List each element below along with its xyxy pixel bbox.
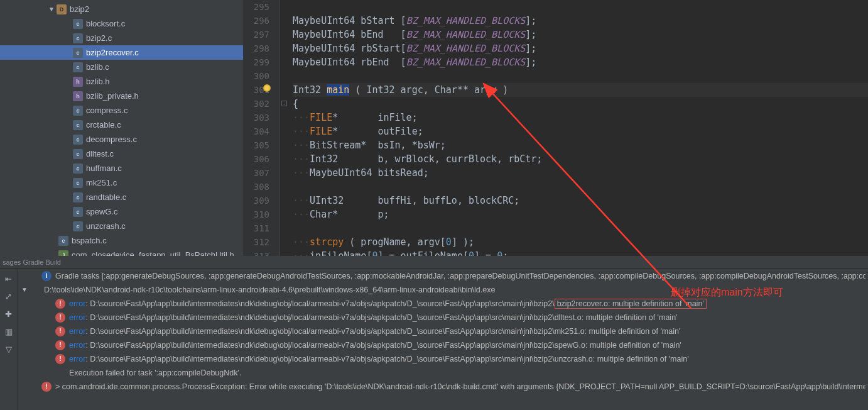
tree-file[interactable]: cmk251.c: [0, 175, 243, 190]
folder-icon: D: [57, 4, 67, 14]
line-number: 313: [244, 249, 269, 256]
code-editor[interactable]: 2952962972982993003013023033043053063073…: [244, 0, 868, 256]
code-line[interactable]: ···MaybeUInt64 bitsRead;: [293, 166, 868, 180]
code-line[interactable]: [293, 0, 868, 14]
file-icon: c: [73, 163, 83, 174]
message-text: error: D:\source\FastApp\app\build\inter…: [69, 311, 865, 324]
messages-tab[interactable]: sages Gradle Build: [0, 256, 868, 269]
file-icon: c: [73, 149, 83, 159]
line-number: 305: [244, 138, 269, 152]
line-number: 303: [244, 111, 269, 125]
file-icon: c: [73, 62, 83, 72]
code-line[interactable]: MaybeUInt64 rbStart[BZ_MAX_HANDLED_BLOCK…: [293, 42, 868, 55]
tree-file[interactable]: cdlltest.c: [0, 147, 243, 161]
tree-file[interactable]: cbspatch.c: [0, 233, 243, 248]
code-line[interactable]: ···inFileName[0] = outFileName[0] = 0;: [293, 249, 868, 256]
tree-label: mk251.c: [86, 178, 117, 187]
error-row[interactable]: !error: D:\source\FastApp\app\build\inte…: [18, 311, 868, 324]
pin-icon[interactable]: ✚: [2, 307, 16, 321]
code-line[interactable]: ···FILE* outFile;: [293, 125, 868, 138]
message-text: error: D:\source\FastApp\app\build\inter…: [69, 339, 865, 352]
info-icon: i: [41, 271, 52, 281]
code-line[interactable]: Int32 main ( Int32 argc, Char** argv ): [293, 83, 868, 97]
code-line[interactable]: {: [293, 97, 868, 111]
error-icon: !: [55, 354, 65, 364]
error-icon: !: [55, 313, 65, 323]
code-line[interactable]: [293, 69, 868, 83]
tree-label: bzip2.c: [86, 33, 112, 43]
code-line[interactable]: ···BitStream* bsIn, *bsWr;: [293, 138, 868, 152]
line-number: 302: [244, 97, 269, 111]
message-text: error: D:\source\FastApp\app\build\inter…: [69, 325, 865, 338]
filter-icon[interactable]: ▽: [2, 342, 16, 356]
build-messages-panel: ⇤ ⤢ ✚ ▥ ▽ iGradle tasks [:app:generateDe…: [0, 269, 868, 410]
tree-file[interactable]: cbzip2recover.c: [0, 45, 243, 60]
tree-file[interactable]: ccrctable.c: [0, 118, 243, 132]
code-line[interactable]: ···Char* p;: [293, 208, 868, 221]
export-icon[interactable]: ▥: [2, 324, 16, 338]
code-line[interactable]: ···strcpy ( progName, argv[0] );: [293, 235, 868, 249]
tree-folder-bzip2[interactable]: ▼Dbzip2: [0, 2, 243, 16]
line-number: 308: [244, 180, 269, 194]
tree-file[interactable]: cspewG.c: [0, 204, 243, 219]
chevron-down-icon[interactable]: ▼: [47, 6, 56, 13]
error-row[interactable]: !error: D:\source\FastApp\app\build\inte…: [18, 297, 868, 311]
error-row[interactable]: !error: D:\source\FastApp\app\build\inte…: [18, 324, 868, 338]
fold-icon[interactable]: -: [281, 101, 287, 106]
tree-label: bzlib.h: [86, 77, 110, 86]
message-text: > com.android.ide.common.process.Process…: [55, 380, 865, 393]
tree-file[interactable]: crandtable.c: [0, 190, 243, 204]
error-icon: !: [55, 326, 65, 336]
code-line[interactable]: ···FILE* inFile;: [293, 111, 868, 125]
tree-file[interactable]: cdecompress.c: [0, 132, 243, 147]
line-number: 312: [244, 235, 269, 249]
line-number: 300: [244, 69, 269, 83]
tree-label: blocksort.c: [86, 19, 125, 28]
code-line[interactable]: MaybeUInt64 bEnd [BZ_MAX_HANDLED_BLOCKS]…: [293, 28, 868, 42]
bulb-icon[interactable]: [263, 84, 271, 92]
code-line[interactable]: ···Int32 b, wrBlock, currBlock, rbCtr;: [293, 152, 868, 166]
gradle-tasks-row[interactable]: iGradle tasks [:app:generateDebugSources…: [18, 269, 868, 283]
line-number: 295: [244, 0, 269, 14]
chevron-icon[interactable]: ▼: [20, 284, 29, 296]
line-number: 298: [244, 42, 269, 55]
project-tree[interactable]: ▼Dbzip2cblocksort.ccbzip2.ccbzip2recover…: [0, 0, 244, 256]
exception-row[interactable]: !> com.android.ide.common.process.Proces…: [18, 380, 868, 394]
tree-file[interactable]: chuffman.c: [0, 161, 243, 175]
tree-file[interactable]: ccompress.c: [0, 103, 243, 118]
file-icon: c: [73, 106, 83, 116]
error-icon: !: [55, 299, 65, 309]
file-icon: c: [73, 120, 83, 130]
code-line[interactable]: [293, 221, 868, 235]
message-text: error: D:\source\FastApp\app\build\inter…: [69, 297, 865, 310]
tree-file[interactable]: cunzcrash.c: [0, 219, 243, 233]
message-text: D:\tools\ide\NDK\android-ndk-r10c\toolch…: [44, 284, 865, 296]
line-number: 301: [244, 83, 269, 97]
tree-label: crctable.c: [86, 120, 121, 130]
code-line[interactable]: MaybeUInt64 rbEnd [BZ_MAX_HANDLED_BLOCKS…: [293, 55, 868, 69]
line-number: 310: [244, 208, 269, 221]
tree-label: spewG.c: [86, 207, 118, 216]
file-icon: c: [73, 19, 83, 29]
tree-file[interactable]: Jcom_closedevice_fastapp_util_BsPatchUti…: [0, 248, 243, 256]
ld-path-row[interactable]: ▼D:\tools\ide\NDK\android-ndk-r10c\toolc…: [18, 283, 868, 297]
line-number: 309: [244, 194, 269, 208]
tree-label: bzip2: [70, 4, 89, 14]
error-row[interactable]: !error: D:\source\FastApp\app\build\inte…: [18, 338, 868, 352]
exec-failed-row[interactable]: Execution failed for task ':app:compileD…: [18, 366, 868, 380]
line-number: 307: [244, 166, 269, 180]
error-row[interactable]: !error: D:\source\FastApp\app\build\inte…: [18, 352, 868, 366]
tree-file[interactable]: hbzlib.h: [0, 74, 243, 89]
code-line[interactable]: ···UInt32 buffHi, buffLo, blockCRC;: [293, 194, 868, 208]
expand-all-icon[interactable]: ⤢: [2, 289, 16, 303]
tree-file[interactable]: cbzlib.c: [0, 60, 243, 74]
line-number: 299: [244, 55, 269, 69]
tree-file[interactable]: hbzlib_private.h: [0, 89, 243, 103]
tree-label: unzcrash.c: [86, 221, 126, 231]
tree-file[interactable]: cblocksort.c: [0, 16, 243, 31]
file-icon: c: [73, 48, 83, 58]
code-line[interactable]: MaybeUInt64 bStart [BZ_MAX_HANDLED_BLOCK…: [293, 14, 868, 28]
collapse-all-icon[interactable]: ⇤: [2, 272, 16, 285]
code-line[interactable]: [293, 180, 868, 194]
tree-file[interactable]: cbzip2.c: [0, 31, 243, 45]
